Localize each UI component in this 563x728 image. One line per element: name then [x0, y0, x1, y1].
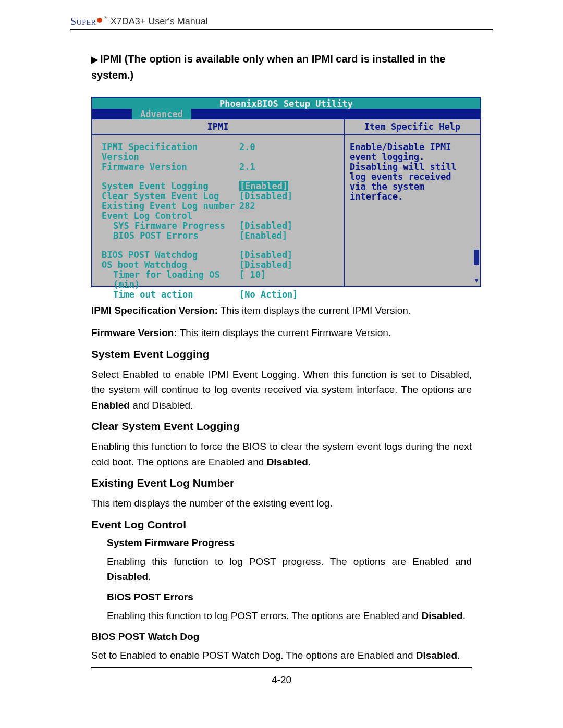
section-title-bold: IPMI: [100, 53, 121, 65]
text: and Disabled.: [130, 400, 193, 411]
bios-item-label: Event Log Control: [102, 211, 339, 221]
bios-item-label[interactable]: System Event Logging: [102, 181, 237, 191]
bios-item-label[interactable]: Clear System Event Log: [102, 191, 237, 201]
bold-text: Disabled: [267, 456, 308, 467]
heading-event-log-control: Event Log Control: [91, 519, 472, 531]
bios-item-value[interactable]: [Enabled]: [239, 231, 339, 241]
bios-item-value[interactable]: [Disabled]: [239, 250, 339, 260]
paragraph-existing-event-log-number: This item displays the number of the exi…: [91, 496, 472, 511]
bold-text: Disabled: [421, 610, 462, 621]
bios-right-header: Item Specific Help: [345, 119, 480, 134]
text: Select Enabled to enable IPMI Event Logg…: [91, 369, 472, 395]
scrollbar-thumb[interactable]: [474, 250, 479, 265]
text: .: [148, 571, 151, 582]
heading-system-event-logging: System Event Logging: [91, 348, 472, 361]
bios-tab-bar: Advanced: [92, 109, 480, 119]
brand-logo: Super®: [70, 16, 107, 28]
text: Enabling this function to log POST progr…: [107, 556, 472, 567]
brand-dot-icon: [97, 18, 102, 23]
bios-item-value[interactable]: [No Action]: [239, 290, 339, 300]
bios-setup-screenshot: PhoenixBIOS Setup Utility Advanced IPMI …: [91, 97, 481, 287]
bios-item-value: 2.0: [239, 142, 339, 162]
paragraph-bios-post-errors: Enabling this function to log POST error…: [107, 608, 472, 623]
bios-item-label[interactable]: OS boot Watchdog: [102, 260, 237, 270]
bios-help-panel: Enable/Disable IPMI event logging. Disab…: [345, 135, 476, 206]
page-number: 4-20: [70, 668, 493, 692]
bold-text: Disabled: [107, 571, 148, 582]
bios-item-value[interactable]: [Enabled]: [239, 181, 339, 191]
brand-text: Super: [70, 16, 96, 28]
bios-item-value[interactable]: [Disabled]: [239, 260, 339, 270]
bios-title-bar: PhoenixBIOS Setup Utility: [92, 98, 480, 109]
bios-item-label[interactable]: SYS Firmware Progress: [102, 221, 237, 231]
paragraph-ipmi-spec: IPMI Specification Version: This item di…: [91, 303, 472, 318]
section-title-rest: (The option is available only when an IP…: [91, 53, 445, 81]
bios-item-value[interactable]: [ 10]: [239, 270, 339, 290]
brand-registered-icon: ®: [103, 15, 107, 20]
heading-clear-system-event-logging: Clear System Event Logging: [91, 420, 472, 433]
chevron-down-icon[interactable]: ▼: [474, 277, 479, 283]
bios-item-value[interactable]: [Disabled]: [239, 221, 339, 231]
bold-text: IPMI Specification Version:: [91, 305, 218, 316]
paragraph-firmware: Firmware Version: This item displays the…: [91, 325, 472, 340]
page-header: Super® X7DA3+ User's Manual: [70, 16, 493, 30]
bold-text: Enabled: [91, 400, 130, 411]
heading-bios-post-watchdog: BIOS POST Watch Dog: [91, 631, 472, 643]
text: This item displays the current Firmware …: [177, 327, 391, 338]
heading-system-firmware-progress: System Firmware Progress: [107, 537, 472, 549]
bios-tab-advanced[interactable]: Advanced: [132, 109, 191, 119]
paragraph-clear-system-event-logging: Enabling this function to force the BIOS…: [91, 439, 472, 470]
text: .: [463, 610, 466, 621]
bios-selected-value: [Enabled]: [239, 181, 288, 191]
text: .: [308, 456, 311, 467]
paragraph-system-firmware-progress: Enabling this function to log POST progr…: [107, 554, 472, 585]
bios-item-value: 282: [239, 201, 339, 211]
bios-item-label: Firmware Version: [102, 162, 237, 172]
bios-options-panel: IPMI Specification Version 2.0 Firmware …: [92, 135, 345, 286]
text: This item displays the current IPMI Vers…: [218, 305, 411, 316]
bios-item-label: Existing Event Log number: [102, 201, 237, 211]
bold-text: Disabled: [416, 650, 457, 661]
heading-bios-post-errors: BIOS POST Errors: [107, 591, 472, 603]
bios-item-value[interactable]: [Disabled]: [239, 191, 339, 201]
bios-item-label[interactable]: BIOS POST Errors: [102, 231, 237, 241]
text: .: [457, 650, 460, 661]
manual-title: X7DA3+ User's Manual: [111, 16, 208, 27]
bios-item-label: IPMI Specification Version: [102, 142, 237, 162]
heading-existing-event-log-number: Existing Event Log Number: [91, 477, 472, 489]
paragraph-system-event-logging: Select Enabled to enable IPMI Event Logg…: [91, 367, 472, 413]
bios-item-label[interactable]: Timer for loading OS (min): [102, 270, 237, 290]
triangle-icon: ▶: [91, 55, 98, 65]
text: Enabling this function to log POST error…: [107, 610, 421, 621]
bios-item-label[interactable]: BIOS POST Watchdog: [102, 250, 237, 260]
text: Set to Enabled to enable POST Watch Dog.…: [91, 650, 416, 661]
scrollbar-track[interactable]: ▼: [474, 139, 479, 283]
bios-item-value: 2.1: [239, 162, 339, 172]
bold-text: Firmware Version:: [91, 327, 177, 338]
paragraph-bios-post-watchdog: Set to Enabled to enable POST Watch Dog.…: [91, 648, 472, 663]
bios-left-header: IPMI: [92, 119, 345, 134]
section-title: ▶IPMI (The option is available only when…: [91, 51, 472, 83]
bios-item-label[interactable]: Time out action: [102, 290, 237, 300]
